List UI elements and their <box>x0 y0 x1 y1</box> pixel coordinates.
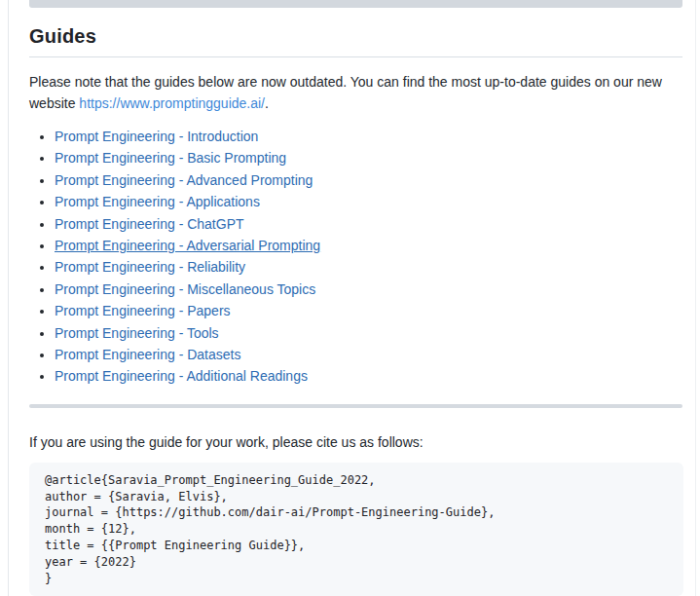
guide-link-miscellaneous-topics[interactable]: Prompt Engineering - Miscellaneous Topic… <box>55 281 315 297</box>
citation-code-block: @article{Saravia_Prompt_Engineering_Guid… <box>29 463 683 596</box>
guide-link-datasets[interactable]: Prompt Engineering - Datasets <box>55 347 240 362</box>
guides-section-heading: Guides <box>29 24 682 57</box>
guide-link-introduction[interactable]: Prompt Engineering - Introduction <box>55 129 258 144</box>
guide-list-item: Prompt Engineering - Basic Prompting <box>55 147 682 168</box>
guide-link-advanced-prompting[interactable]: Prompt Engineering - Advanced Prompting <box>55 172 313 188</box>
intro-paragraph: Please note that the guides below are no… <box>29 71 683 114</box>
intro-suffix: . <box>265 95 269 111</box>
guide-list-item: Prompt Engineering - ChatGPT <box>55 213 682 235</box>
guide-list-item: Prompt Engineering - Advanced Prompting <box>55 169 682 191</box>
cropped-element-above <box>29 0 682 8</box>
guide-list-item: Prompt Engineering - Additional Readings <box>55 365 682 387</box>
citation-instruction-text: If you are using the guide for your work… <box>29 431 682 453</box>
guide-list-item: Prompt Engineering - Applications <box>55 191 682 212</box>
guide-link-chatgpt[interactable]: Prompt Engineering - ChatGPT <box>55 216 244 232</box>
readme-container: Guides Please note that the guides below… <box>8 0 696 596</box>
guide-link-additional-readings[interactable]: Prompt Engineering - Additional Readings <box>55 368 308 384</box>
guides-list: Prompt Engineering - Introduction Prompt… <box>29 126 682 388</box>
guide-link-papers[interactable]: Prompt Engineering - Papers <box>55 303 231 318</box>
guide-list-item: Prompt Engineering - Papers <box>55 300 682 321</box>
promptingguide-url-link[interactable]: https://www.promptingguide.ai/ <box>79 95 265 111</box>
guide-list-item: Prompt Engineering - Miscellaneous Topic… <box>55 279 682 300</box>
guide-list-item: Prompt Engineering - Adversarial Prompti… <box>55 235 682 256</box>
section-divider <box>29 404 682 408</box>
guide-list-item: Prompt Engineering - Tools <box>55 322 682 344</box>
citation-bibtex-code: @article{Saravia_Prompt_Engineering_Guid… <box>45 472 668 587</box>
guide-link-tools[interactable]: Prompt Engineering - Tools <box>55 325 219 341</box>
guide-list-item: Prompt Engineering - Introduction <box>55 126 682 147</box>
guide-link-adversarial-prompting[interactable]: Prompt Engineering - Adversarial Prompti… <box>55 238 320 253</box>
guide-link-applications[interactable]: Prompt Engineering - Applications <box>55 194 260 209</box>
guide-link-reliability[interactable]: Prompt Engineering - Reliability <box>55 259 245 275</box>
guide-list-item: Prompt Engineering - Datasets <box>55 344 682 365</box>
guide-list-item: Prompt Engineering - Reliability <box>55 256 682 278</box>
guide-link-basic-prompting[interactable]: Prompt Engineering - Basic Prompting <box>55 150 286 166</box>
